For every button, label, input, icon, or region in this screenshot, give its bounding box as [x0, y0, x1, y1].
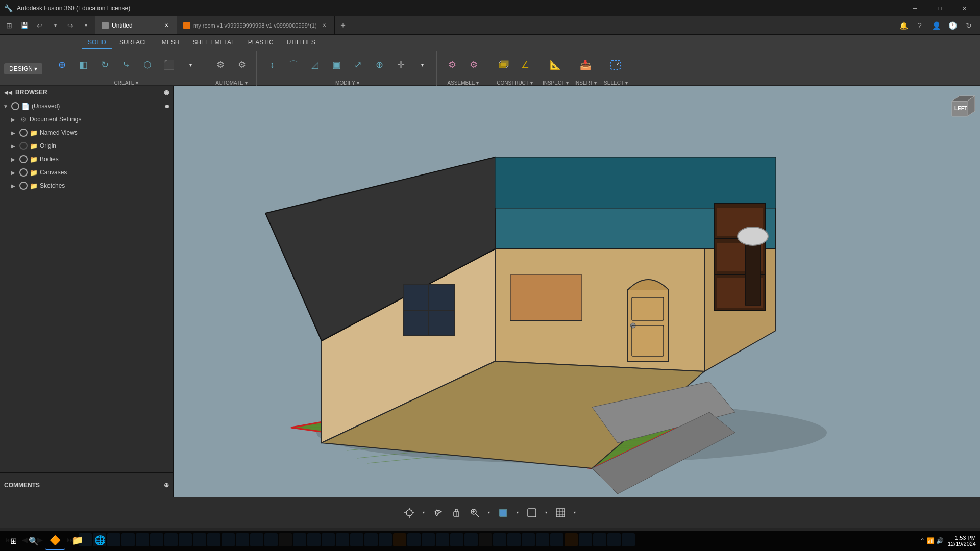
- search-button[interactable]: 🔍: [24, 532, 43, 550]
- grid-btn[interactable]: [552, 505, 569, 521]
- svg-rect-14: [429, 285, 454, 310]
- sweep-tool[interactable]: ⤷: [116, 53, 136, 77]
- tree-item-sketches[interactable]: ▶ 📁 Sketches: [8, 179, 173, 192]
- close-button[interactable]: ✕: [952, 0, 976, 16]
- minimize-button[interactable]: ─: [903, 0, 927, 16]
- record-icon[interactable]: ⏺: [164, 103, 170, 109]
- plane-angle-tool[interactable]: ∠: [515, 53, 535, 77]
- tab-untitled[interactable]: Untitled ✕: [95, 16, 177, 34]
- visual-style-dropdown[interactable]: ▾: [542, 505, 550, 521]
- document-icon: 📄: [21, 102, 30, 110]
- grid-icon[interactable]: ⊞: [2, 18, 16, 33]
- tab-sheet-metal[interactable]: SHEET METAL: [186, 37, 240, 49]
- box-tool[interactable]: ⬛: [159, 53, 179, 77]
- visibility-sketches[interactable]: [19, 182, 28, 190]
- tab-myroom-close[interactable]: ✕: [320, 21, 328, 30]
- visual-style-btn[interactable]: [524, 505, 540, 521]
- measure-tool[interactable]: 📐: [545, 53, 566, 77]
- revolve-tool[interactable]: ↻: [94, 53, 115, 77]
- zoom-dropdown[interactable]: ▾: [485, 505, 493, 521]
- browser-back-icon[interactable]: ◀◀: [4, 90, 12, 95]
- browser-collapse-icon[interactable]: ◉: [164, 89, 169, 96]
- design-label: DESIGN ▾: [9, 65, 37, 72]
- viewport[interactable]: LEFT: [174, 86, 980, 497]
- fillet-tool[interactable]: ⌒: [283, 53, 304, 77]
- visibility-unsaved[interactable]: [11, 102, 19, 110]
- tab-myroom-icon: [183, 22, 190, 29]
- scale-tool[interactable]: ⤢: [348, 53, 368, 77]
- taskbar-fileexplorer-app[interactable]: 📁: [67, 532, 88, 550]
- insert-tool[interactable]: 📥: [575, 53, 596, 77]
- taskbar-chrome-app[interactable]: 🌐: [90, 532, 110, 550]
- tree-item-canvases[interactable]: ▶ 📁 Canvases: [8, 166, 173, 179]
- tab-plastic[interactable]: PLASTIC: [242, 37, 280, 49]
- taskbar-fusion-app[interactable]: 🔶: [45, 532, 65, 550]
- joint-origin-tool[interactable]: ⚙: [463, 53, 484, 77]
- tree-item-bodies[interactable]: ▶ 📁 Bodies: [8, 153, 173, 166]
- tree-item-unsaved[interactable]: ▼ 📄 (Unsaved) ⏺: [0, 99, 173, 113]
- offset-plane-tool[interactable]: [494, 53, 514, 77]
- tab-untitled-close[interactable]: ✕: [162, 21, 170, 30]
- redo-icon[interactable]: ↪: [63, 18, 78, 33]
- chamfer-tool[interactable]: ◿: [305, 53, 325, 77]
- display-mode-btn[interactable]: [495, 505, 511, 521]
- refresh-icon[interactable]: ↻: [962, 18, 976, 33]
- zoom-box-btn[interactable]: [467, 505, 483, 521]
- folder-icon-sketches: 📁: [30, 182, 38, 190]
- joint-tool[interactable]: ⚙: [442, 53, 462, 77]
- select-tool[interactable]: [605, 53, 626, 77]
- snap-btn[interactable]: [401, 505, 418, 521]
- comments-panel: COMMENTS ⊕: [0, 472, 173, 497]
- start-button[interactable]: ⊞: [4, 532, 22, 550]
- user-icon[interactable]: 👤: [929, 18, 943, 33]
- visibility-origin[interactable]: [19, 142, 28, 150]
- viewcube[interactable]: LEFT: [944, 91, 975, 121]
- create-more[interactable]: ▾: [180, 53, 201, 77]
- new-component-tool[interactable]: ⊕: [52, 53, 72, 77]
- shell-tool[interactable]: ▣: [326, 53, 347, 77]
- press-pull-tool[interactable]: ↕: [262, 53, 282, 77]
- modify-more[interactable]: ▾: [412, 53, 432, 77]
- help-icon[interactable]: ?: [913, 18, 927, 33]
- visibility-named-views[interactable]: [19, 129, 28, 137]
- shell-icon: ▣: [332, 59, 341, 70]
- visibility-bodies[interactable]: [19, 155, 28, 163]
- tree-item-origin[interactable]: ▶ 📁 Origin: [8, 139, 173, 153]
- titlebar-controls: ─ □ ✕: [903, 0, 976, 16]
- orbit-btn[interactable]: [430, 505, 446, 521]
- tree-item-named-views[interactable]: ▶ 📁 Named Views: [8, 126, 173, 139]
- snap-dropdown[interactable]: ▾: [420, 505, 428, 521]
- tree-item-doc-settings[interactable]: ▶ ⚙ Document Settings: [8, 113, 173, 126]
- svg-rect-15: [404, 311, 428, 335]
- visibility-canvases[interactable]: [19, 168, 28, 177]
- save-icon[interactable]: 💾: [17, 18, 32, 33]
- add-tab-button[interactable]: ＋: [335, 16, 351, 34]
- tab-myroom[interactable]: my room v1 v999999999998 v1 v0999000999*…: [177, 16, 335, 34]
- tab-mesh[interactable]: MESH: [156, 37, 186, 49]
- grid-dropdown[interactable]: ▾: [571, 505, 579, 521]
- toolbar-tabs: SOLID SURFACE MESH SHEET METAL PLASTIC U…: [0, 35, 980, 49]
- create-group-label: CREATE ▾: [47, 80, 205, 86]
- pan-btn[interactable]: [448, 505, 464, 521]
- comments-label: COMMENTS: [4, 482, 40, 489]
- clock-icon[interactable]: 🕐: [945, 18, 960, 33]
- move-tool[interactable]: ✛: [390, 53, 411, 77]
- automate-tool2[interactable]: ⚙: [232, 53, 252, 77]
- tab-utilities[interactable]: UTILITIES: [281, 37, 322, 49]
- automate-tool[interactable]: ⚙: [210, 53, 231, 77]
- extrude-tool[interactable]: ◧: [73, 53, 93, 77]
- comments-add-icon[interactable]: ⊕: [164, 482, 169, 489]
- loft-tool[interactable]: ⬡: [137, 53, 158, 77]
- tab-solid[interactable]: SOLID: [82, 37, 112, 49]
- maximize-button[interactable]: □: [928, 0, 951, 16]
- undo-arrow-icon[interactable]: ▾: [48, 18, 62, 33]
- tab-surface[interactable]: SURFACE: [113, 37, 155, 49]
- design-mode-button[interactable]: DESIGN ▾: [4, 63, 42, 74]
- notification-icon[interactable]: 🔔: [896, 18, 911, 33]
- display-mode-dropdown[interactable]: ▾: [513, 505, 522, 521]
- browser-title: BROWSER: [15, 89, 47, 96]
- tree-arrow-doc-settings: ▶: [11, 117, 17, 122]
- combine-tool[interactable]: ⊕: [369, 53, 389, 77]
- redo-arrow-icon[interactable]: ▾: [79, 18, 93, 33]
- undo-icon[interactable]: ↩: [33, 18, 47, 33]
